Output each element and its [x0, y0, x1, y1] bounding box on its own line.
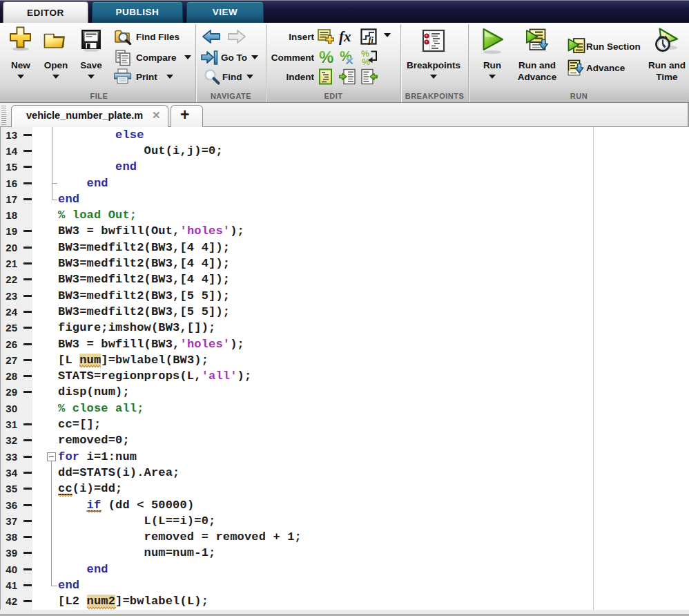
svg-text:fi: fi — [369, 35, 374, 45]
svg-text:%: % — [319, 48, 333, 66]
svg-text:%: % — [362, 57, 370, 66]
svg-text:×: × — [345, 52, 353, 66]
svg-text:fx: fx — [339, 28, 351, 45]
